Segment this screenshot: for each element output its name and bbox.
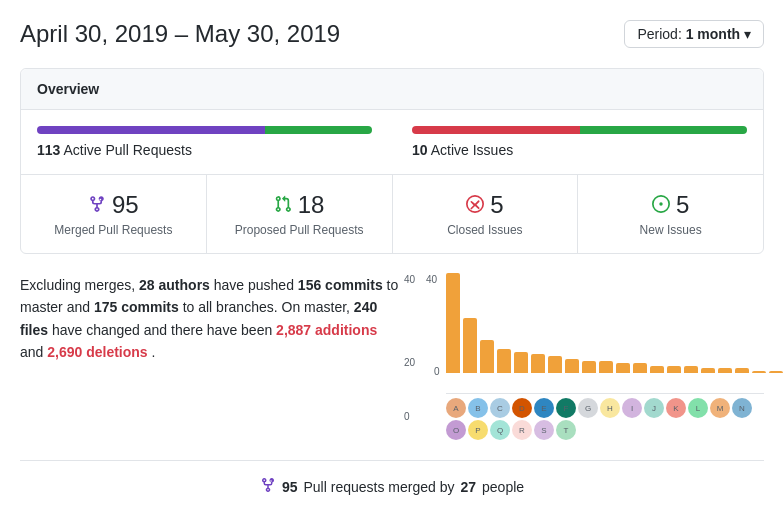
date-range: April 30, 2019 – May 30, 2019	[20, 20, 340, 48]
issues-bar-track	[412, 126, 747, 134]
avatar: P	[468, 420, 488, 440]
chart-bar-item	[582, 361, 596, 373]
chart-y-label-40: 40	[404, 274, 415, 285]
avatar: M	[710, 398, 730, 418]
chart-bar-item	[701, 368, 715, 373]
stat-label-3: New Issues	[594, 223, 747, 237]
avatar: G	[578, 398, 598, 418]
stat-value-0: 95	[112, 191, 139, 219]
stat-cell-1: 18Proposed Pull Requests	[207, 175, 393, 253]
desc-commits-all: 175 commits	[94, 299, 179, 315]
content-area: Excluding merges, 28 authors have pushed…	[20, 274, 764, 440]
stat-number-1: 18	[223, 191, 376, 219]
chart-bar-item	[735, 368, 749, 373]
avatar: H	[600, 398, 620, 418]
footer-count: 95	[282, 479, 298, 495]
desc-deletions: 2,690 deletions	[47, 344, 147, 360]
stat-cell-2: 5Closed Issues	[393, 175, 579, 253]
avatar: F	[556, 398, 576, 418]
avatar: L	[688, 398, 708, 418]
pull-requests-label-text: Active Pull Requests	[63, 142, 191, 158]
overview-header: Overview	[21, 69, 763, 110]
stat-cell-3: 5New Issues	[578, 175, 763, 253]
overview-title: Overview	[37, 81, 99, 97]
avatar: J	[644, 398, 664, 418]
avatar: B	[468, 398, 488, 418]
issues-count: 10	[412, 142, 428, 158]
period-value: 1 month	[686, 26, 740, 42]
period-label: Period:	[637, 26, 681, 42]
desc-mid5: and	[20, 344, 43, 360]
stat-number-3: 5	[594, 191, 747, 219]
pull-requests-bar-section: 113 Active Pull Requests	[37, 126, 372, 158]
avatar: K	[666, 398, 686, 418]
stat-value-2: 5	[490, 191, 503, 219]
stat-cell-0: 95Merged Pull Requests	[21, 175, 207, 253]
chart-bar-item	[531, 354, 545, 373]
chart-bar-item	[514, 352, 528, 373]
chart-bar-item	[650, 366, 664, 373]
avatar: I	[622, 398, 642, 418]
issues-bar-section: 10 Active Issues	[412, 126, 747, 158]
footer-text1: Pull requests merged by	[303, 479, 454, 495]
desc-mid1: have pushed	[214, 277, 294, 293]
chart-bar-item	[769, 371, 783, 373]
footer-people-count: 27	[460, 479, 476, 495]
overview-card: Overview 113 Active Pull Requests 10 Act…	[20, 68, 764, 254]
chart-bar-item	[548, 356, 562, 373]
chart-bar-item	[752, 371, 766, 373]
avatar: S	[534, 420, 554, 440]
pull-requests-bar-track	[37, 126, 372, 134]
avatar: C	[490, 398, 510, 418]
chart-bar-item	[667, 366, 681, 373]
issues-label-text: Active Issues	[431, 142, 513, 158]
chart-y-label-20: 20	[404, 357, 415, 368]
desc-commits-master: 156 commits	[298, 277, 383, 293]
stat-icon-proposed	[274, 191, 292, 219]
desc-mid4: have changed and there have been	[52, 322, 272, 338]
description-block: Excluding merges, 28 authors have pushed…	[20, 274, 404, 440]
bar-chart	[446, 274, 764, 394]
chart-bar-item	[497, 349, 511, 373]
overview-bars-section: 113 Active Pull Requests 10 Active Issue…	[21, 110, 763, 175]
chart-bar-item	[565, 359, 579, 373]
stats-row: 95Merged Pull Requests18Proposed Pull Re…	[21, 175, 763, 253]
stat-label-1: Proposed Pull Requests	[223, 223, 376, 237]
chevron-down-icon: ▾	[744, 26, 751, 42]
stat-number-2: 5	[409, 191, 562, 219]
chart-bar-item	[718, 368, 732, 373]
bar-purple-segment	[37, 126, 265, 134]
chart-bar-item	[616, 363, 630, 373]
commit-chart-block: 40 20 0 ABCDEFGHIJKLMNOPQRST	[424, 274, 764, 440]
stat-icon-closed	[466, 191, 484, 219]
desc-authors: 28 authors	[139, 277, 210, 293]
chart-bar-item	[633, 363, 647, 373]
stat-icon-new	[652, 191, 670, 219]
stat-icon-merged	[88, 191, 106, 219]
desc-prefix: Excluding merges,	[20, 277, 135, 293]
avatar: O	[446, 420, 466, 440]
chart-bar-item	[463, 318, 477, 373]
avatar: Q	[490, 420, 510, 440]
avatar: N	[732, 398, 752, 418]
stat-value-3: 5	[676, 191, 689, 219]
pull-requests-count: 113	[37, 142, 60, 158]
stat-label-0: Merged Pull Requests	[37, 223, 190, 237]
stat-value-1: 18	[298, 191, 325, 219]
bar-green-segment	[265, 126, 372, 134]
period-button[interactable]: Period: 1 month ▾	[624, 20, 764, 48]
chart-bar-item	[684, 366, 698, 373]
chart-bar-item	[480, 340, 494, 373]
footer-bar: 95 Pull requests merged by 27 people	[20, 460, 764, 497]
merged-icon-footer	[260, 477, 276, 497]
desc-mid3: to all branches. On master,	[183, 299, 350, 315]
desc-additions: 2,887 additions	[276, 322, 377, 338]
avatar: R	[512, 420, 532, 440]
bar-issues-green-segment	[580, 126, 748, 134]
chart-avatars: ABCDEFGHIJKLMNOPQRST	[446, 394, 764, 440]
bar-red-segment	[412, 126, 580, 134]
pull-requests-bar-label: 113 Active Pull Requests	[37, 142, 372, 158]
avatar: T	[556, 420, 576, 440]
chart-y-label-0: 0	[404, 411, 410, 422]
stat-number-0: 95	[37, 191, 190, 219]
